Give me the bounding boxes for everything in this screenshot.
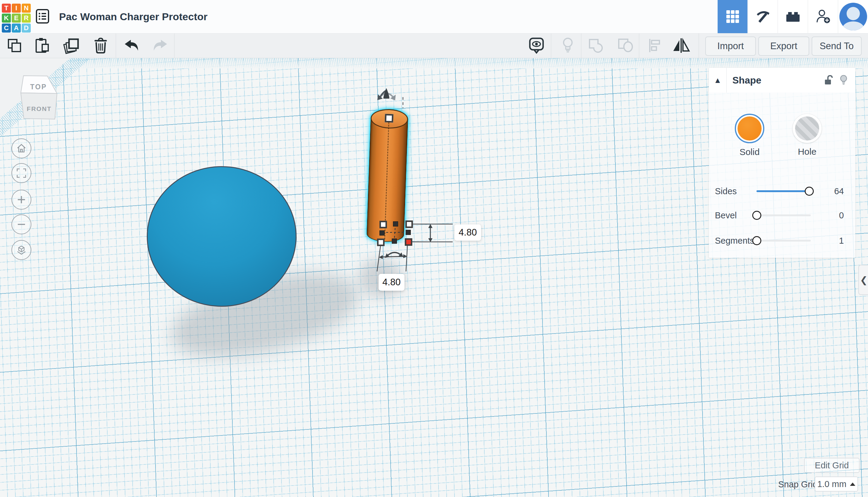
sides-slider-row: Sides 64 (709, 185, 855, 197)
design-properties-button[interactable] (35, 9, 50, 24)
inspector-title: Shape (732, 68, 761, 93)
group-button[interactable] (587, 36, 606, 55)
app-header: T I N K E R C A D Pac Woman Charger Prot… (0, 0, 868, 33)
diameter-dimension-value[interactable]: 4.80 (379, 274, 404, 291)
tinkercad-logo[interactable]: T I N K E R C A D (2, 4, 32, 33)
edit-toolbar: Import Export Send To (0, 33, 868, 58)
invite-collaborators-button[interactable] (808, 0, 838, 33)
trash-icon (93, 37, 108, 54)
workplane-far-haze (72, 58, 868, 69)
undo-icon (123, 39, 139, 52)
duplicate-button[interactable] (61, 36, 81, 55)
edge-handle-left[interactable] (380, 230, 385, 236)
sides-slider-handle[interactable] (805, 187, 814, 196)
pickaxe-icon (754, 8, 771, 25)
import-button[interactable]: Import (705, 37, 756, 56)
lock-button[interactable] (823, 74, 834, 86)
light-view-button[interactable] (558, 36, 577, 55)
snap-grid-label: Snap Grid (778, 480, 818, 489)
perspective-cube-icon (16, 245, 27, 255)
bulb-icon (840, 75, 848, 86)
bevel-slider-track[interactable] (756, 214, 811, 216)
snap-grid-dropdown[interactable]: 1.0 mm (815, 477, 858, 492)
align-icon (648, 38, 662, 53)
shapes-panel-expand-tab[interactable]: ❮ (858, 265, 868, 295)
transparency-button[interactable] (838, 74, 849, 86)
home-view-button[interactable] (12, 139, 31, 158)
dropdown-up-arrow-icon (850, 483, 855, 486)
edge-handle-top[interactable] (393, 221, 398, 227)
scale-handle-mid-left[interactable] (380, 221, 387, 228)
lightbulb-icon (561, 37, 574, 54)
edit-grid-button[interactable]: Edit Grid (804, 458, 859, 473)
edge-handle-bottom[interactable] (392, 239, 397, 244)
inspector-body: Solid Hole Sides 64 Bevel (709, 93, 855, 258)
copy-button[interactable] (5, 36, 24, 55)
unlock-icon (824, 75, 833, 86)
paste-button[interactable] (32, 36, 52, 55)
sides-slider-track[interactable] (756, 190, 811, 192)
sides-slider-fill (756, 190, 810, 192)
undo-button[interactable] (122, 36, 141, 55)
bevel-value: 0 (826, 209, 844, 221)
segments-label: Segments (715, 235, 754, 247)
height-dimension-value[interactable]: 4.80 (455, 224, 481, 241)
segments-slider-row: Segments 1 (709, 235, 855, 247)
segments-slider-track[interactable] (756, 240, 811, 242)
ungroup-button[interactable] (616, 36, 635, 55)
fit-view-icon (17, 168, 26, 178)
width-extension-right (406, 245, 408, 271)
scale-handle-corner-active[interactable] (405, 238, 412, 246)
shape-inspector-panel: ▲ Shape Solid (709, 68, 855, 258)
rotate-arc-bottom[interactable] (387, 252, 401, 256)
material-solid-option[interactable]: Solid (735, 114, 764, 157)
home-icon (16, 144, 27, 153)
plus-icon (17, 195, 26, 204)
perspective-toggle-button[interactable] (12, 240, 31, 260)
export-button[interactable]: Export (758, 37, 809, 56)
fit-view-button[interactable] (12, 163, 31, 183)
show-all-button[interactable] (527, 36, 546, 55)
view-cube-front-label: FRONT (27, 105, 52, 112)
bevel-slider-handle[interactable] (752, 211, 761, 220)
hole-swatch[interactable] (793, 114, 822, 143)
width-extension-left (377, 245, 381, 271)
sphere-object[interactable] (147, 166, 297, 307)
redo-button[interactable] (151, 36, 170, 55)
tinkercad-app: 4.80 4.80 TOP FRONT (0, 0, 868, 497)
paste-icon (34, 37, 50, 54)
edge-handle-right[interactable] (406, 230, 411, 235)
solid-swatch-selected[interactable] (735, 114, 764, 143)
scale-handle-corner-left[interactable] (377, 239, 385, 246)
dashboard-button[interactable] (718, 0, 748, 33)
minus-icon (17, 220, 26, 229)
lego-export-button[interactable] (778, 0, 808, 33)
copy-icon (6, 38, 22, 53)
view-cube[interactable]: TOP FRONT (18, 75, 58, 122)
avatar (839, 3, 867, 30)
bevel-slider-row: Bevel 0 (709, 209, 855, 221)
send-to-button[interactable]: Send To (812, 37, 862, 56)
design-properties-icon (35, 9, 49, 24)
redo-icon (152, 39, 168, 52)
duplicate-icon (62, 37, 80, 54)
align-button[interactable] (645, 36, 664, 55)
minecraft-export-button[interactable] (748, 0, 778, 33)
zoom-out-button[interactable] (12, 214, 31, 234)
scale-handle-mid-right[interactable] (406, 221, 413, 228)
sides-value: 64 (826, 185, 844, 197)
sides-label: Sides (715, 185, 737, 197)
collapse-panel-button[interactable]: ▲ (709, 68, 727, 93)
delete-button[interactable] (91, 36, 110, 55)
brick-icon (785, 10, 801, 23)
solid-color-swatch (737, 116, 762, 141)
snap-grid-value: 1.0 mm (818, 479, 847, 489)
material-hole-option[interactable]: Hole (793, 114, 822, 157)
segments-slider-handle[interactable] (752, 236, 761, 245)
zoom-in-button[interactable] (12, 190, 31, 210)
account-menu[interactable] (838, 0, 868, 33)
group-icon (588, 38, 605, 53)
mirror-button[interactable] (672, 36, 691, 55)
add-person-icon (815, 9, 831, 25)
design-title[interactable]: Pac Woman Charger Protector (59, 0, 208, 33)
